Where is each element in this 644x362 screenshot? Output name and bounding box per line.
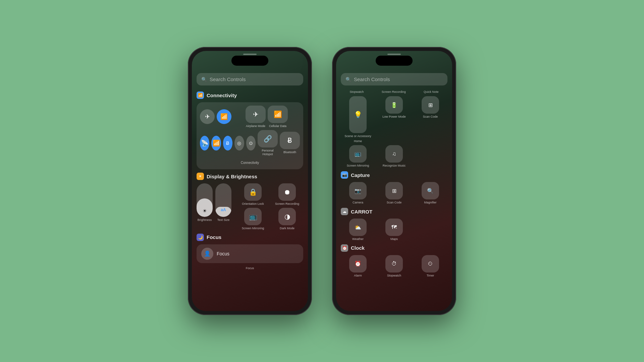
carrot-grid: ⛅ Weather 🗺 Maps: [336, 217, 452, 242]
dynamic-island: [231, 56, 268, 66]
focus-footer-label: Focus: [246, 266, 254, 270]
airplane-mode-btn[interactable]: ✈: [200, 109, 215, 124]
scene-accessory-item: 💡 Scene or Accessory Home: [341, 96, 375, 143]
bluetooth-btn[interactable]: Ƀ: [223, 136, 232, 150]
scancode2-label: Scan Code: [387, 201, 402, 204]
bluetooth-large-btn[interactable]: Ƀ: [280, 132, 300, 149]
sliders-group: ☀ Brightness aA Text Size: [197, 183, 231, 222]
display-title: Display & Brightness: [207, 174, 257, 179]
capture-grid: 📷 Camera ⊞ Scan Code 🔍 Magnifier: [336, 181, 452, 206]
screenmirror2-item: 📺 Screen Mirroring: [341, 145, 375, 168]
focus-header: 🌙 Focus: [192, 232, 308, 243]
textsize-label: Text Size: [217, 218, 230, 222]
clock-icon: ⏰: [341, 244, 348, 252]
music-btn[interactable]: ♫: [385, 145, 403, 163]
lowpower-item: 🔋 Low Power Mode: [377, 96, 411, 119]
screenrec-top-label: Screen Recording: [382, 90, 406, 94]
brightness-fill: [197, 198, 213, 217]
stopwatch-item: ⏱ Stopwatch: [377, 255, 411, 278]
magnifier-btn[interactable]: 🔍: [422, 182, 439, 199]
hotspot-btn[interactable]: ⊙: [246, 136, 256, 150]
stopwatch-top-item: Stopwatch: [350, 90, 364, 94]
magnifier-item: 🔍 Magnifier: [413, 182, 447, 204]
phone-2-screen: 🔍 Search Controls Stopwatch Screen Recor…: [336, 51, 452, 311]
clock-header: ⏰ Clock: [336, 242, 452, 254]
brightness-slider[interactable]: ☀ Brightness: [197, 183, 213, 222]
screenmirror-btn[interactable]: 📺: [244, 208, 262, 225]
search-bar-1[interactable]: 🔍 Search Controls: [197, 73, 303, 85]
alarm-label: Alarm: [354, 274, 362, 278]
orientation-label: Orientation Lock: [242, 202, 264, 206]
hotspot-label: Personal Hotspot: [258, 149, 278, 156]
brightness-track: ☀: [197, 183, 213, 217]
search-icon-2: 🔍: [345, 77, 351, 82]
maps-item: 🗺 Maps: [377, 219, 411, 241]
focus-label: Focus: [217, 251, 229, 256]
carrot-title: CARROT: [351, 209, 372, 215]
phone-2: 🔍 Search Controls Stopwatch Screen Recor…: [332, 47, 456, 315]
darkmode-btn[interactable]: ◑: [278, 208, 296, 225]
screenmirror2-btn[interactable]: 📺: [349, 145, 367, 163]
timer-item: ⏲ Timer: [413, 255, 447, 278]
focus-title: Focus: [207, 234, 221, 240]
connectivity-header: 📶 Connectivity: [192, 89, 308, 101]
stopwatch-top-label: Stopwatch: [350, 90, 364, 94]
screenrec-btn[interactable]: ⏺: [278, 183, 296, 201]
weather-btn[interactable]: ⛅: [349, 219, 367, 236]
music-label: Recognize Music: [383, 164, 406, 168]
connectivity-footer-label: Connectivity: [241, 161, 259, 165]
screenmirror-item: 📺 Screen Mirroring: [237, 208, 269, 230]
top-items-row: Stopwatch Screen Recording Quick Note: [336, 89, 452, 95]
display-inline-row: ☀ Brightness aA Text Size: [192, 182, 308, 232]
display-header: ✴ Display & Brightness: [192, 171, 308, 182]
cellular-btn[interactable]: 📶: [268, 106, 288, 123]
lowpower-label: Low Power Mode: [382, 115, 406, 119]
display-icon: ✴: [197, 173, 204, 180]
screen-content-2: 🔍 Search Controls Stopwatch Screen Recor…: [336, 51, 452, 311]
bluetooth-label: Bluetooth: [283, 150, 296, 154]
airplane-large-btn[interactable]: ✈: [246, 106, 266, 123]
carrot-header: ☁ CARROT: [336, 206, 452, 217]
phone-1-screen: 🔍 Search Controls 📶 Connectivity ✈ 📶 ✈: [192, 51, 308, 311]
wifi-btn[interactable]: 📶: [217, 109, 231, 124]
orientation-item: 🔒 Orientation Lock: [237, 183, 269, 206]
clock-title: Clock: [351, 245, 365, 251]
scancode-btn-1[interactable]: ⊞: [422, 96, 439, 114]
cellular-small-btn[interactable]: 📶: [211, 136, 221, 150]
screenrec-top-item: Screen Recording: [382, 90, 406, 94]
stopwatch-label: Stopwatch: [387, 274, 401, 278]
orientation-btn[interactable]: 🔒: [244, 183, 262, 201]
hotspot-item: 🔗 Personal Hotspot: [258, 130, 278, 156]
maps-btn[interactable]: 🗺: [385, 219, 403, 236]
focus-inner[interactable]: 👤 Focus: [197, 244, 303, 263]
search-bar-2[interactable]: 🔍 Search Controls: [341, 73, 447, 85]
right-row1: 🔋 Low Power Mode ⊞ Scan Code 💡 Scene or …: [336, 95, 452, 144]
alarm-btn[interactable]: ⏰: [349, 255, 367, 273]
timer-btn[interactable]: ⏲: [422, 255, 439, 273]
scancode2-btn[interactable]: ⊞: [385, 182, 403, 199]
lowpower-btn[interactable]: 🔋: [385, 96, 403, 114]
stopwatch-btn[interactable]: ⏱: [385, 255, 403, 273]
maps-label: Maps: [390, 237, 398, 241]
carrot-icon: ☁: [341, 208, 348, 215]
scene-accessory-btn[interactable]: 💡: [349, 96, 367, 133]
textsize-slider[interactable]: aA Text Size: [215, 183, 231, 222]
capture-icon: 📷: [341, 171, 348, 179]
darkmode-label: Dark Mode: [280, 227, 294, 230]
screen-content-1: 🔍 Search Controls 📶 Connectivity ✈ 📶 ✈: [192, 51, 308, 311]
hotspot-large-btn[interactable]: 🔗: [258, 130, 278, 147]
quicknote-top-label: Quick Note: [424, 90, 439, 94]
camera-btn[interactable]: 📷: [349, 182, 367, 199]
textsize-track: aA: [215, 183, 231, 217]
airplane-label: Airplane Mode: [246, 124, 265, 128]
darkmode-item: ◑ Dark Mode: [271, 208, 303, 230]
magnifier-label: Magnifier: [424, 201, 436, 204]
search-placeholder-1: Search Controls: [210, 76, 246, 82]
screenrec-item: ⏺ Screen Recording: [271, 183, 303, 206]
scancode-item-1: ⊞ Scan Code: [413, 96, 447, 119]
screenmirror2-label: Screen Mirroring: [347, 164, 369, 168]
wifi-small-btn[interactable]: 📡: [200, 136, 209, 150]
airdrop-btn[interactable]: ◎: [234, 136, 244, 150]
music-item: ♫ Recognize Music: [377, 145, 411, 168]
connectivity-inner: ✈ 📶 ✈ Airplane Mode 📶 Cellular Data: [197, 102, 303, 169]
